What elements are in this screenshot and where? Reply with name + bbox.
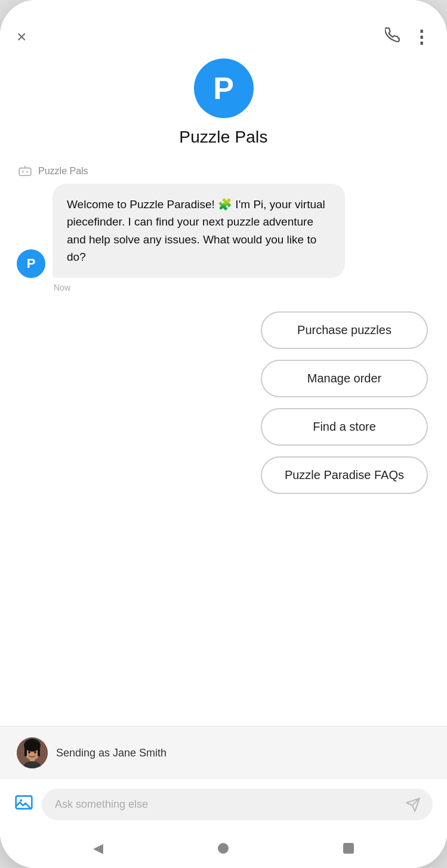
quick-reply-faqs[interactable]: Puzzle Paradise FAQs [261, 456, 428, 494]
header: × ⋮ [0, 17, 447, 52]
send-button[interactable] [402, 795, 424, 815]
status-bar [0, 0, 447, 17]
bottom-nav: ◀ [0, 832, 447, 868]
sending-as-bar: Sending as Jane Smith [0, 727, 447, 779]
chat-container: × ⋮ P Puzzle Pals [0, 17, 447, 868]
message-row: P Welcome to Puzzle Paradise! 🧩 I'm Pi, … [17, 184, 430, 278]
call-icon[interactable] [385, 27, 400, 47]
close-button[interactable]: × [17, 29, 26, 45]
message-time: Now [54, 283, 430, 292]
messages-area: Puzzle Pals P Welcome to Puzzle Paradise… [0, 159, 447, 726]
svg-point-2 [26, 171, 28, 173]
sending-as-text: Sending as Jane Smith [56, 747, 167, 759]
quick-replies: Purchase puzzles Manage order Find a sto… [17, 311, 430, 494]
bot-label-icon [17, 165, 33, 178]
user-avatar [17, 737, 48, 768]
bot-bubble: Welcome to Puzzle Paradise! 🧩 I'm Pi, yo… [53, 184, 345, 278]
more-icon[interactable]: ⋮ [412, 28, 430, 46]
svg-rect-10 [38, 748, 40, 756]
svg-rect-0 [19, 168, 31, 176]
back-button[interactable]: ◀ [93, 841, 103, 856]
svg-point-16 [20, 799, 22, 802]
bot-profile: P Puzzle Pals [0, 52, 447, 159]
quick-reply-manage-order[interactable]: Manage order [261, 360, 428, 397]
bot-label-text: Puzzle Pals [38, 166, 88, 177]
chat-input[interactable] [55, 791, 402, 818]
bot-label-row: Puzzle Pals [17, 165, 430, 178]
bot-avatar-small: P [17, 249, 45, 278]
quick-reply-find-store[interactable]: Find a store [261, 408, 428, 446]
input-wrap [42, 789, 433, 820]
svg-point-11 [28, 751, 30, 753]
bot-name: Puzzle Pals [179, 128, 268, 147]
recents-button[interactable] [343, 843, 354, 854]
input-area [0, 779, 447, 832]
svg-point-1 [22, 171, 24, 173]
svg-point-12 [34, 751, 36, 753]
svg-rect-9 [24, 748, 27, 756]
quick-reply-purchase-puzzles[interactable]: Purchase puzzles [261, 311, 428, 349]
phone-frame: × ⋮ P Puzzle Pals [0, 0, 447, 868]
bot-avatar-large: P [194, 58, 254, 118]
image-upload-button[interactable] [14, 793, 33, 816]
header-icons-right: ⋮ [385, 27, 430, 47]
home-button[interactable] [218, 843, 229, 854]
